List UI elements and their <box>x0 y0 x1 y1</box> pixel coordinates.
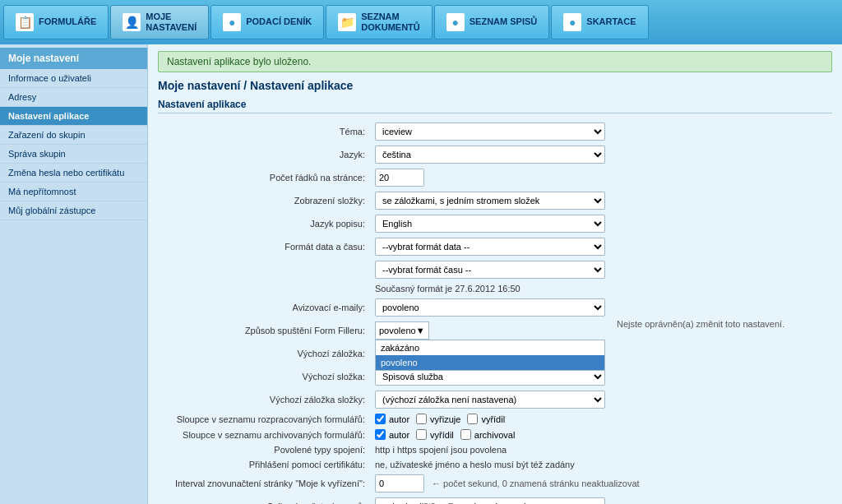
format-casu-label <box>158 258 372 281</box>
nav-formulare-label: FORMULÁŘE <box>39 16 96 27</box>
section-title: Nastavení aplikace <box>158 99 832 113</box>
vychozi-zalozka-slozky-row: Výchozí záložka složky: (výchozí záložka… <box>158 388 832 411</box>
sposob-dropdown-trigger[interactable]: povoleno ▼ <box>375 321 429 340</box>
current-format-text: Současný formát je 27.6.2012 16:50 <box>372 281 832 296</box>
zobrazeni-slozky-row: Zobrazení složky: se záložkami, s jedním… <box>158 189 832 212</box>
nav-moje-nastaveni-label: MOJENASTAVENÍ <box>146 12 197 33</box>
jazyk-select[interactable]: čeština <box>375 146 605 164</box>
checkbox-archiv-archivoval[interactable]: archivoval <box>460 429 516 440</box>
sidebar-title: Moje nastavení <box>0 48 147 69</box>
checkbox-rozprac-autor-input[interactable] <box>375 414 386 424</box>
sidebar-item-zarazeni[interactable]: Zařazení do skupin <box>0 126 147 145</box>
zobrazeni-slozky-select[interactable]: se záložkami, s jedním stromem složek <box>375 192 605 210</box>
sposob-chevron-icon: ▼ <box>416 326 425 335</box>
pocet-radku-label: Počet řádků na stránce: <box>158 166 372 189</box>
sposob-value-cell: povoleno ▼ zakázáno povoleno Nejste oprá… <box>372 319 832 342</box>
checkbox-archiv-vyridi-label: vyřídil <box>430 430 454 440</box>
vychozi-zalozka-label: Výchozí záložka: <box>158 342 372 365</box>
jazyk-value-cell: čeština <box>372 143 832 166</box>
checkbox-rozprac-vyrizuje-input[interactable] <box>416 414 427 424</box>
success-message: Nastavení aplikace bylo uloženo. <box>158 51 832 72</box>
seznam-dokumentu-icon: 📁 <box>338 13 356 31</box>
checkbox-archiv-autor-label: autor <box>389 430 409 440</box>
sloupce-rozpracovanych-label: Sloupce v seznamu rozpracovaných formulá… <box>158 411 372 427</box>
sposob-option-zakazano[interactable]: zakázáno <box>376 340 604 355</box>
jazyk-popisu-row: Jazyk popisu: English <box>158 212 832 235</box>
vychozi-zalozka-slozky-value-cell: (výchozí záložka není nastavena) <box>372 388 832 411</box>
nav-formulare[interactable]: 📋 FORMULÁŘE <box>3 5 109 39</box>
celkovy-pocet-value-cell: nebude zjištěn při prvním zobrazení sezn… <box>372 495 832 504</box>
nav-skartace-label: SKARTACE <box>586 16 636 27</box>
sposob-option-povoleno[interactable]: povoleno <box>376 355 604 370</box>
checkbox-rozprac-autor-label: autor <box>389 414 409 424</box>
nav-seznam-dokumentu[interactable]: 📁 SEZNAMDOKUMENTŮ <box>326 5 433 39</box>
checkbox-archiv-archivoval-label: archivoval <box>474 430 516 440</box>
checkbox-rozprac-vyrizuje[interactable]: vyřizuje <box>416 414 460 424</box>
avizovaci-select[interactable]: povoleno <box>375 298 605 317</box>
seznam-spisu-icon: ● <box>446 13 465 31</box>
tema-label: Téma: <box>158 120 372 143</box>
sidebar-item-informace[interactable]: Informace o uživateli <box>0 69 147 88</box>
sidebar-item-zmena-hesla[interactable]: Změna hesla nebo certifikátu <box>0 164 147 183</box>
vychozi-zalozka-slozky-label: Výchozí záložka složky: <box>158 388 372 411</box>
checkbox-rozprac-vyridi[interactable]: vyřídil <box>467 414 505 424</box>
sloupce-rozpracovanych-row: Sloupce v seznamu rozpracovaných formulá… <box>158 411 832 427</box>
sloupce-archivovanych-label: Sloupce v seznamu archivovaných formulář… <box>158 427 372 442</box>
sloupce-rozpracovanych-value-cell: autor vyřizuje vyřídil <box>372 411 832 427</box>
vychozi-slozka-label: Výchozí složka: <box>158 365 372 388</box>
nav-seznam-spisu-label: SEZNAM SPISŮ <box>470 16 538 27</box>
nav-podaci-denik-label: PODACÍ DENÍK <box>246 16 312 27</box>
checkbox-archiv-vyridi-input[interactable] <box>416 429 427 440</box>
jazyk-popisu-label: Jazyk popisu: <box>158 212 372 235</box>
nav-podaci-denik[interactable]: ● PODACÍ DENÍK <box>210 5 324 39</box>
avizovaci-row: Avizovací e-maily: povoleno <box>158 296 832 319</box>
jazyk-popisu-select[interactable]: English <box>375 215 605 233</box>
top-navigation: 📋 FORMULÁŘE 👤 MOJENASTAVENÍ ● PODACÍ DEN… <box>0 0 842 44</box>
sidebar-item-nepritomnost[interactable]: Má nepřítomnost <box>0 183 147 201</box>
pocet-radku-row: Počet řádků na stránce: <box>158 166 832 189</box>
page-title: Moje nastavení / Nastavení aplikace <box>158 79 832 92</box>
format-casu-select[interactable]: --vybrat formát času -- <box>375 261 605 279</box>
sidebar-item-nastaveni-aplikace[interactable]: Nastavení aplikace <box>0 107 147 126</box>
checkbox-archiv-vyridi[interactable]: vyřídil <box>416 429 454 440</box>
avizovaci-value-cell: povoleno <box>372 296 832 319</box>
formulare-icon: 📋 <box>16 13 34 31</box>
povolene-typy-value: http i https spojení jsou povolena <box>372 442 832 457</box>
checkbox-rozprac-autor[interactable]: autor <box>375 414 409 424</box>
interval-input[interactable] <box>375 474 424 492</box>
jazyk-popisu-value-cell: English <box>372 212 832 235</box>
nav-skartace[interactable]: ● SKARTACE <box>551 5 648 39</box>
checkbox-archiv-archivoval-input[interactable] <box>460 429 471 440</box>
tema-select[interactable]: iceview <box>375 123 605 141</box>
right-note: Nejste oprávněn(a) změnit toto nastavení… <box>610 319 784 329</box>
checkbox-rozprac-vyridi-input[interactable] <box>467 414 478 424</box>
celkovy-pocet-select[interactable]: nebude zjištěn při prvním zobrazení sezn… <box>375 497 605 504</box>
tema-value-cell: iceview <box>372 120 832 143</box>
sidebar-item-zastupce[interactable]: Můj globální zástupce <box>0 201 147 220</box>
sidebar: Moje nastavení Informace o uživateli Adr… <box>0 44 148 504</box>
nav-seznam-spisu[interactable]: ● SEZNAM SPISŮ <box>434 5 550 39</box>
sposob-row: Způsob spuštění Form Filleru: povoleno ▼… <box>158 319 832 342</box>
pocet-radku-input[interactable] <box>375 169 424 187</box>
checkbox-archiv-autor-input[interactable] <box>375 429 386 440</box>
vychozi-zalozka-slozky-select[interactable]: (výchozí záložka není nastavena) <box>375 391 605 409</box>
format-data-label: Formát data a času: <box>158 235 372 258</box>
checkbox-rozprac-vyridi-label: vyřídil <box>481 414 505 424</box>
skartace-icon: ● <box>563 13 581 31</box>
main-layout: Moje nastavení Informace o uživateli Adr… <box>0 44 842 504</box>
pocet-radku-value-cell <box>372 166 832 189</box>
povolene-typy-label: Povolené typy spojení: <box>158 442 372 457</box>
sloupce-archivovanych-checkboxes: autor vyřídil archivoval <box>375 429 829 440</box>
sloupce-rozpracovanych-checkboxes: autor vyřizuje vyřídil <box>375 414 829 424</box>
sidebar-item-sprava-skupin[interactable]: Správa skupin <box>0 145 147 164</box>
sloupce-archivovanych-row: Sloupce v seznamu archivovaných formulář… <box>158 427 832 442</box>
checkbox-archiv-autor[interactable]: autor <box>375 429 409 440</box>
povolene-typy-row: Povolené typy spojení: http i https spoj… <box>158 442 832 457</box>
format-data-select[interactable]: --vybrat formát data -- <box>375 238 605 256</box>
jazyk-label: Jazyk: <box>158 143 372 166</box>
nav-moje-nastaveni[interactable]: 👤 MOJENASTAVENÍ <box>110 5 209 39</box>
zobrazeni-slozky-value-cell: se záložkami, s jedním stromem složek <box>372 189 832 212</box>
interval-value-cell: ← počet sekund, 0 znamená stránku neaktu… <box>372 472 832 495</box>
jazyk-row: Jazyk: čeština <box>158 143 832 166</box>
sidebar-item-adresy[interactable]: Adresy <box>0 88 147 107</box>
